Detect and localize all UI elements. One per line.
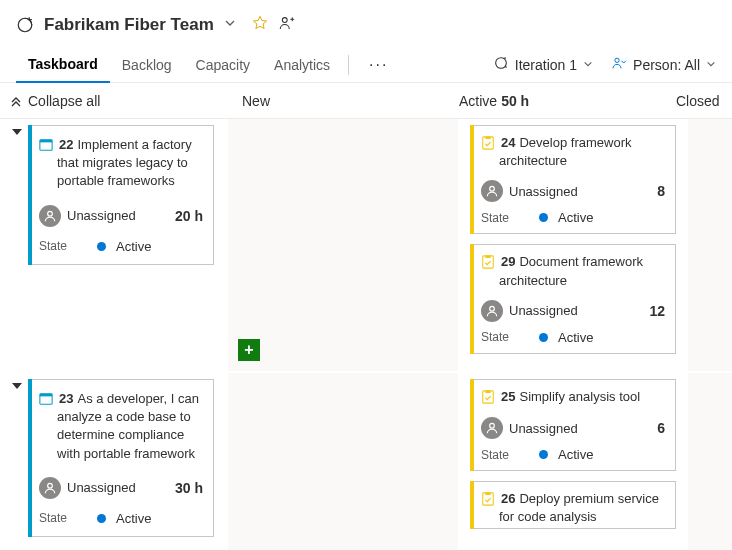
card-title: 24Develop framework architecture (499, 134, 665, 170)
remaining-hours: 30 h (175, 480, 203, 496)
svg-point-15 (48, 483, 53, 488)
story-card[interactable]: 22Implement a factory that migrates lega… (28, 125, 214, 265)
task-icon (481, 136, 495, 153)
svg-rect-17 (485, 390, 490, 393)
state-label: State (481, 330, 529, 344)
state-dot-icon (539, 450, 548, 459)
state-label: State (39, 239, 87, 253)
state-dot-icon (539, 333, 548, 342)
state-value: Active (116, 511, 151, 526)
user-story-icon (39, 138, 53, 155)
svg-point-1 (282, 18, 287, 23)
user-story-icon (39, 392, 53, 409)
unassigned-avatar-icon (39, 477, 61, 499)
star-icon[interactable] (252, 15, 268, 34)
chevron-down-icon[interactable] (224, 17, 236, 32)
new-column-dropzone[interactable]: + (228, 119, 458, 371)
column-header-active: Active50 h (445, 83, 662, 118)
chevron-down-icon (706, 59, 716, 71)
svg-point-6 (48, 211, 53, 216)
task-card[interactable]: 24Develop framework architecture Unassig… (470, 125, 676, 234)
svg-point-12 (490, 306, 495, 311)
task-icon (481, 255, 495, 272)
assignee-label[interactable]: Unassigned (67, 480, 169, 495)
double-chevron-up-icon (10, 95, 22, 107)
chevron-down-icon (583, 59, 593, 71)
closed-column-dropzone[interactable] (688, 119, 732, 371)
state-value: Active (558, 210, 593, 225)
state-label: State (481, 211, 529, 225)
unassigned-avatar-icon (481, 417, 503, 439)
card-title: 29Document framework architecture (499, 253, 665, 289)
svg-rect-14 (40, 394, 52, 397)
iteration-picker[interactable]: Iteration 1 (493, 55, 593, 74)
column-header-closed: Closed (662, 83, 732, 118)
svg-point-2 (495, 58, 506, 69)
column-header-new: New (228, 83, 445, 118)
state-dot-icon (97, 514, 106, 523)
svg-point-9 (490, 187, 495, 192)
task-card[interactable]: 29Document framework architecture Unassi… (470, 244, 676, 353)
new-column-dropzone[interactable] (228, 373, 458, 550)
task-icon (481, 492, 495, 509)
tab-divider (348, 55, 349, 75)
tab-label: Backlog (122, 57, 172, 73)
card-title: 23As a developer, I can analyze a code b… (57, 390, 203, 463)
team-members-icon[interactable] (278, 14, 296, 35)
assignee-label[interactable]: Unassigned (67, 208, 169, 223)
svg-rect-20 (485, 492, 490, 495)
tab-overflow-button[interactable]: ··· (355, 56, 402, 74)
person-filter-label: Person: All (633, 57, 700, 73)
assignee-label[interactable]: Unassigned (509, 303, 643, 318)
tab-capacity[interactable]: Capacity (184, 47, 262, 83)
svg-rect-5 (40, 140, 52, 143)
card-title: 25Simplify analysis tool (499, 388, 640, 406)
tab-taskboard[interactable]: Taskboard (16, 47, 110, 83)
remaining-hours: 12 (649, 303, 665, 319)
active-hours: 50 h (501, 93, 529, 109)
state-dot-icon (539, 213, 548, 222)
tab-label: Analytics (274, 57, 330, 73)
tab-label: Capacity (196, 57, 250, 73)
svg-point-3 (615, 58, 619, 62)
state-value: Active (558, 447, 593, 462)
state-dot-icon (97, 242, 106, 251)
closed-column-dropzone[interactable] (688, 373, 732, 550)
collapse-lane-handle[interactable] (12, 383, 22, 389)
team-icon (16, 16, 34, 34)
person-filter[interactable]: Person: All (611, 55, 716, 74)
team-name[interactable]: Fabrikam Fiber Team (44, 15, 214, 35)
unassigned-avatar-icon (481, 180, 503, 202)
story-card[interactable]: 23As a developer, I can analyze a code b… (28, 379, 214, 537)
sprint-icon (493, 55, 509, 74)
unassigned-avatar-icon (481, 300, 503, 322)
active-column[interactable]: 25Simplify analysis tool Unassigned 6 St… (458, 373, 688, 550)
state-label: State (39, 511, 87, 525)
add-task-button[interactable]: + (238, 339, 260, 361)
tab-analytics[interactable]: Analytics (262, 47, 342, 83)
card-title: 26Deploy premium service for code analys… (499, 490, 665, 526)
svg-rect-11 (485, 256, 490, 259)
state-value: Active (558, 330, 593, 345)
task-card[interactable]: 25Simplify analysis tool Unassigned 6 St… (470, 379, 676, 471)
tab-label: Taskboard (28, 56, 98, 72)
svg-point-18 (490, 423, 495, 428)
state-value: Active (116, 239, 151, 254)
collapse-all-label: Collapse all (28, 93, 100, 109)
svg-rect-8 (485, 136, 490, 139)
person-icon (611, 55, 627, 74)
task-card[interactable]: 26Deploy premium service for code analys… (470, 481, 676, 529)
assignee-label[interactable]: Unassigned (509, 184, 651, 199)
collapse-lane-handle[interactable] (12, 129, 22, 135)
tab-backlog[interactable]: Backlog (110, 47, 184, 83)
remaining-hours: 20 h (175, 208, 203, 224)
collapse-all-button[interactable]: Collapse all (0, 83, 228, 118)
unassigned-avatar-icon (39, 205, 61, 227)
state-label: State (481, 448, 529, 462)
remaining-hours: 8 (657, 183, 665, 199)
active-column[interactable]: 24Develop framework architecture Unassig… (458, 119, 688, 371)
assignee-label[interactable]: Unassigned (509, 421, 651, 436)
iteration-label: Iteration 1 (515, 57, 577, 73)
remaining-hours: 6 (657, 420, 665, 436)
task-icon (481, 390, 495, 407)
